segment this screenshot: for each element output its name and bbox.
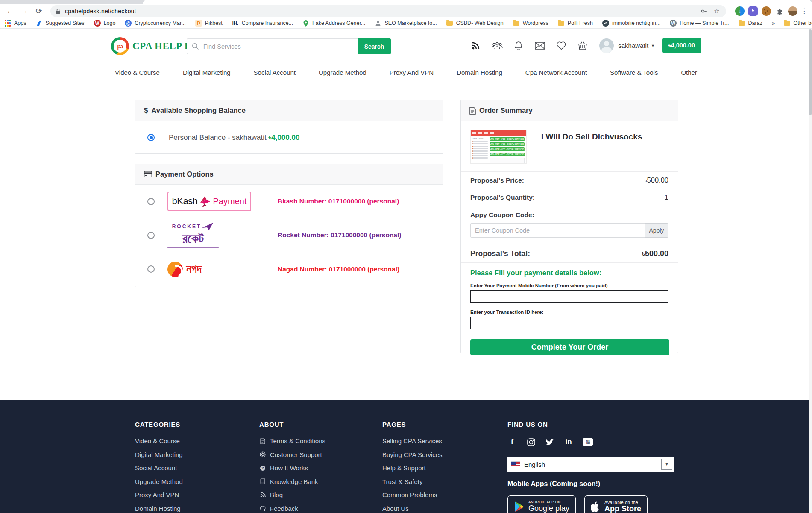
youtube-icon[interactable]: You Tube — [583, 438, 593, 446]
google-play-badge[interactable]: ANDROID APP ON Google play — [507, 495, 576, 513]
bookmark-immobilie[interactable]: immobilie richtig in... — [602, 20, 660, 27]
mobile-apps-title: Mobile Apps (Coming soon!) — [507, 480, 678, 488]
app-store-badge[interactable]: Available on the App Store — [584, 495, 648, 513]
passwords-key-icon[interactable] — [700, 7, 708, 15]
bookmark-fake-address[interactable]: Fake Address Gener... — [302, 20, 365, 27]
folder-icon — [558, 21, 564, 26]
language-dropdown-arrow[interactable]: ▼ — [661, 459, 672, 470]
username[interactable]: sakhawatit — [618, 42, 648, 49]
forward-button[interactable]: → — [19, 5, 30, 17]
twitter-icon[interactable] — [545, 437, 554, 447]
nav-social-account[interactable]: Social Account — [254, 69, 296, 76]
logo-mark-icon: pa — [111, 37, 129, 55]
bookmark-wordpress-folder[interactable]: Wordpress — [513, 20, 548, 27]
product-thumbnail: Static Socks VPN - RDP - VCC - SOCIAL SE… — [470, 130, 527, 164]
instagram-icon[interactable] — [526, 437, 536, 447]
rocket-logo: ROCKET রকেট — [167, 222, 270, 248]
footer-link-common-problems[interactable]: Common Problems — [382, 491, 443, 498]
mobile-number-input[interactable] — [470, 290, 668, 303]
footer-link-feedback[interactable]: Feedback — [259, 505, 325, 512]
bookmark-suggested-sites[interactable]: Suggested Sites — [36, 20, 85, 27]
favorites-heart-icon[interactable] — [556, 40, 567, 51]
bookmark-star-icon[interactable]: ☆ — [712, 7, 721, 15]
footer-link-digital-marketing[interactable]: Digital Marketing — [135, 451, 183, 458]
idm-extension-icon[interactable]: ↓ — [735, 6, 745, 16]
browser-menu-icon[interactable]: ⋮ — [801, 7, 808, 15]
nav-software-tools[interactable]: Software & Tools — [610, 69, 658, 76]
notifications-bell-icon[interactable] — [513, 40, 524, 51]
bookmark-pikbest[interactable]: P Pikbest — [195, 20, 223, 27]
language-select[interactable]: English ▼ — [507, 457, 674, 472]
personal-balance-radio[interactable] — [147, 134, 155, 141]
nagad-radio[interactable] — [147, 265, 155, 273]
footer-link-social-account[interactable]: Social Account — [135, 464, 183, 472]
linkedin-icon[interactable]: in — [564, 437, 573, 447]
coupon-input[interactable] — [470, 223, 645, 238]
footer-link-about-us[interactable]: About Us — [382, 505, 443, 512]
transaction-id-input[interactable] — [470, 317, 668, 329]
messages-mail-icon[interactable] — [534, 40, 545, 51]
page-scrollbar[interactable] — [809, 29, 812, 513]
nav-video-course[interactable]: Video & Course — [115, 69, 160, 76]
footer-link-trust-safety[interactable]: Trust & Safety — [382, 478, 443, 485]
other-bookmarks[interactable]: Other bookmarks — [784, 20, 812, 27]
scrollbar-thumb[interactable] — [809, 29, 812, 115]
footer-link-how-it-works[interactable]: ? How It Works — [259, 464, 325, 472]
cart-basket-icon[interactable] — [577, 40, 588, 51]
puzzle-extensions-icon[interactable] — [775, 6, 784, 16]
footer-link-video-course[interactable]: Video & Course — [135, 437, 183, 445]
bookmark-compare-insurance[interactable]: IH. Compare Insurance... — [232, 20, 293, 27]
payment-details-heading: Please Fill your payment details below: — [470, 269, 668, 277]
bookmark-home-simple[interactable]: W Home — Simple Tr... — [670, 20, 729, 27]
nav-domain-hosting[interactable]: Domain Hosting — [457, 69, 502, 76]
nav-cpa-network-account[interactable]: Cpa Network Account — [525, 69, 587, 76]
footer-link-customer-support[interactable]: Customer Support — [259, 451, 325, 458]
back-button[interactable]: ← — [4, 5, 15, 17]
user-avatar[interactable] — [599, 38, 614, 53]
rocket-radio[interactable] — [147, 232, 155, 239]
question-circle-icon: ? — [259, 465, 266, 472]
bookmark-daraz[interactable]: Daraz — [738, 20, 762, 27]
at-badge-icon: @ — [125, 20, 132, 27]
quantity-label: Proposal's Quantity: — [470, 194, 535, 201]
user-menu-caret-icon[interactable]: ▼ — [651, 44, 655, 48]
footer-link-upgrade-method[interactable]: Upgrade Method — [135, 478, 183, 485]
footer-link-selling-cpa[interactable]: Selling CPA Services — [382, 437, 443, 445]
facebook-icon[interactable]: f — [507, 437, 517, 447]
nav-upgrade-method[interactable]: Upgrade Method — [319, 69, 366, 76]
users-icon[interactable] — [492, 40, 503, 51]
bkash-radio[interactable] — [147, 198, 155, 205]
footer-link-knowledge-bank[interactable]: Knowledge Bank — [259, 478, 325, 485]
search-bar: Search — [187, 38, 391, 54]
bookmark-polli-fresh[interactable]: Polli Fresh — [558, 20, 593, 27]
footer-link-blog[interactable]: Blog — [259, 491, 325, 498]
footer-link-domain-hosting[interactable]: Domain Hosting — [135, 505, 183, 512]
footer-link-proxy-vpn[interactable]: Proxy And VPN — [135, 491, 183, 498]
complete-order-button[interactable]: Complete Your Order — [470, 339, 669, 355]
browser-profile-avatar[interactable] — [788, 6, 797, 16]
search-input[interactable] — [187, 38, 358, 54]
apply-coupon-button[interactable]: Apply — [645, 223, 668, 238]
bookmark-cryptocurrency[interactable]: @ Cryptocurrency Mar... — [125, 20, 185, 27]
balance-button[interactable]: ৳4,000.00 — [662, 38, 701, 53]
nav-other[interactable]: Other — [681, 69, 697, 76]
rss-icon[interactable] — [470, 40, 481, 51]
nav-proxy-vpn[interactable]: Proxy And VPN — [390, 69, 434, 76]
bookmark-logo[interactable]: W Logo — [94, 20, 116, 27]
bookmarks-overflow-chevron[interactable]: » — [772, 20, 775, 27]
cookie-extension-icon[interactable] — [762, 6, 771, 16]
nav-digital-marketing[interactable]: Digital Marketing — [183, 69, 231, 76]
cursor-extension-icon[interactable] — [748, 6, 758, 16]
footer-link-help-support[interactable]: Help & Support — [382, 464, 443, 472]
footer-link-buying-cpa[interactable]: Buying CPA Services — [382, 451, 443, 458]
bookmark-seo-marketplace[interactable]: SEO Marketplace fo... — [375, 20, 437, 27]
product-row: Static Socks VPN - RDP - VCC - SOCIAL SE… — [461, 121, 678, 171]
search-button[interactable]: Search — [358, 38, 391, 54]
active-tab[interactable] — [143, 0, 812, 4]
reload-button[interactable]: ⟳ — [33, 5, 44, 17]
address-bar[interactable]: cpahelpdesk.net/checkout ☆ — [50, 5, 726, 17]
bookmark-apps[interactable]: Apps — [4, 20, 26, 27]
bookmark-gsbd-web-design[interactable]: GSBD- Web Design — [446, 20, 504, 27]
svg-text:?: ? — [261, 466, 264, 470]
footer-link-terms[interactable]: Terms & Conditions — [259, 437, 325, 445]
